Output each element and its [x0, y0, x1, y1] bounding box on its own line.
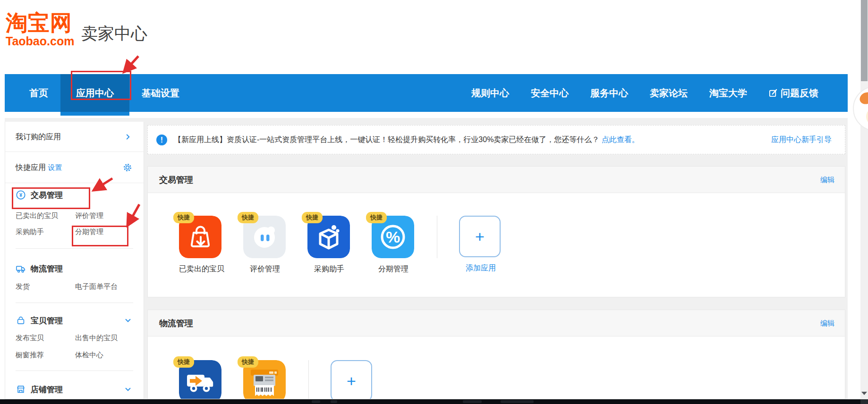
chevron-down-icon[interactable]	[124, 316, 132, 325]
add-app-button[interactable]: +添加应用	[459, 216, 502, 274]
quick-badge: 快捷	[238, 212, 258, 223]
divider	[308, 360, 309, 399]
svg-text:¥: ¥	[19, 192, 23, 198]
sidebar-item-my-apps[interactable]: 我订购的应用	[5, 122, 144, 152]
nav-link-seller-forum[interactable]: 卖家论坛	[650, 87, 688, 100]
nav-link-taobao-university[interactable]: 淘宝大学	[709, 87, 747, 100]
nav-link-feedback[interactable]: 问题反馈	[769, 87, 818, 100]
app-waybill[interactable]: 快捷 电子面单平台	[243, 360, 287, 399]
edit-button[interactable]: 编辑	[820, 319, 834, 328]
taobao-logo-cn: 淘宝网	[6, 11, 74, 34]
mascot-ear-icon	[858, 90, 868, 106]
sidebar-group-title-item-bag[interactable]: 宝贝管理	[16, 313, 63, 328]
notification-banner: ! 【新应用上线】资质认证-一站式资质管理平台上线，一键认证！轻松提升购买转化率…	[147, 125, 845, 154]
scrollbar-thumb[interactable]	[861, 0, 868, 81]
scrollbar-down-button[interactable]	[860, 388, 868, 398]
taskbar-hint	[463, 400, 482, 403]
section-header: 物流管理 编辑	[148, 310, 845, 337]
app-label: 采购助手	[307, 264, 351, 274]
sidebar-group-label: 店铺管理	[31, 384, 63, 395]
sidebar-sub-item[interactable]: 分期管理	[75, 227, 103, 237]
mascot-face-icon	[866, 107, 868, 126]
app-label: 分期管理	[372, 264, 415, 274]
svg-text:%: %	[386, 228, 400, 246]
taskbar-strip	[0, 399, 860, 404]
app-ship[interactable]: 快捷 发货	[179, 360, 222, 399]
page-title: 卖家中心	[81, 23, 147, 45]
taobao-logo-en: Taobao.com	[6, 35, 74, 47]
sidebar-sub-item[interactable]: 评价管理	[75, 210, 103, 221]
quick-badge: 快捷	[366, 212, 387, 223]
sidebar-sub-item[interactable]: 发货	[16, 281, 30, 292]
sidebar-sub-item[interactable]: 电子面单平台	[75, 281, 118, 292]
main-navbar: 首页应用中心基础设置 规则中心安全中心服务中心卖家论坛淘宝大学问题反馈	[5, 74, 848, 112]
sidebar-sub-item[interactable]: 采购助手	[16, 227, 44, 237]
divider	[16, 248, 133, 249]
taskbar-hint	[331, 400, 337, 403]
gear-icon[interactable]	[123, 163, 132, 172]
section-title: 交易管理	[159, 174, 193, 185]
quick-apps-settings-link[interactable]: 设置	[48, 163, 62, 171]
app-review[interactable]: 快捷 评价管理	[243, 216, 287, 274]
nav-link-service-center[interactable]: 服务中心	[590, 87, 628, 100]
logistics-icon	[16, 263, 26, 274]
banner-view-link[interactable]: 点此查看。	[602, 135, 639, 143]
section-header: 交易管理 编辑	[148, 167, 845, 193]
app-center-guide-link[interactable]: 应用中心新手引导	[771, 135, 832, 145]
app-installment[interactable]: 快捷 %分期管理	[372, 216, 415, 274]
sidebar-group-title-shop[interactable]: 店铺管理	[16, 382, 63, 396]
sidebar-sub-item[interactable]: 出售中的宝贝	[75, 333, 118, 343]
assistant-mascot-button[interactable]	[853, 86, 868, 131]
sidebar-sub-item[interactable]: 发布宝贝	[16, 333, 44, 343]
sidebar-sub-item[interactable]: 橱窗推荐	[16, 350, 44, 360]
add-app-button[interactable]: +添加应用	[331, 360, 374, 399]
feedback-icon	[769, 89, 778, 98]
quick-apps-text: 快捷应用	[16, 163, 46, 171]
plus-icon: +	[331, 360, 372, 399]
scrollbar-track[interactable]	[860, 0, 868, 399]
divider	[16, 303, 133, 303]
quick-badge: 快捷	[238, 356, 258, 368]
sidebar-group-title-transaction[interactable]: ¥交易管理	[16, 188, 63, 202]
add-app-label: 添加应用	[459, 263, 502, 273]
app-label: 已卖出的宝贝	[179, 264, 222, 274]
app-sold-items[interactable]: 快捷 已卖出的宝贝	[179, 216, 222, 274]
taobao-logo[interactable]: 淘宝网 Taobao.com	[6, 11, 74, 47]
taskbar-hint	[312, 400, 320, 403]
section-title: 物流管理	[159, 318, 193, 329]
sidebar-group-label: 交易管理	[31, 190, 63, 201]
item-bag-icon	[16, 315, 26, 326]
taobao-seller-center-page: 淘宝网 Taobao.com 卖家中心 首页应用中心基础设置 规则中心安全中心服…	[0, 0, 868, 404]
banner-text: 【新应用上线】资质认证-一站式资质管理平台上线，一键认证！轻松提升购买转化率，行…	[174, 135, 639, 145]
quick-badge: 快捷	[173, 212, 194, 223]
nav-tab-home[interactable]: 首页	[17, 74, 60, 112]
plus-icon: +	[459, 216, 501, 257]
app-label: 评价管理	[243, 264, 287, 274]
chevron-down-icon[interactable]	[124, 385, 132, 394]
sidebar-sub-item[interactable]: 已卖出的宝贝	[16, 210, 58, 221]
divider	[437, 216, 437, 258]
app-purchase[interactable]: 快捷 采购助手	[307, 216, 351, 274]
quick-badge: 快捷	[302, 212, 323, 223]
shop-icon	[16, 384, 26, 395]
taskbar-hint	[501, 400, 534, 403]
navbar-left: 首页应用中心基础设置	[17, 74, 192, 112]
nav-link-rules-center[interactable]: 规则中心	[471, 87, 509, 100]
quick-badge: 快捷	[173, 356, 194, 368]
apps-row: 快捷 已卖出的宝贝快捷 评价管理快捷 采购助手快捷 %分期管理+添加应用	[179, 216, 502, 274]
sidebar-group-title-logistics[interactable]: 物流管理	[16, 261, 63, 276]
banner-message: 【新应用上线】资质认证-一站式资质管理平台上线，一键认证！轻松提升购买转化率，行…	[174, 135, 599, 143]
nav-link-security-center[interactable]: 安全中心	[531, 87, 569, 100]
sidebar-sub-item[interactable]: 体检中心	[75, 350, 103, 360]
section-card-transaction: 交易管理 编辑 快捷 已卖出的宝贝快捷 评价管理快捷 采购助手快捷 %分期管理+…	[147, 166, 845, 297]
taskbar-corner	[860, 399, 868, 404]
apps-row: 快捷 发货快捷 电子面单平台+添加应用	[179, 360, 374, 399]
triangle-down-icon	[861, 392, 867, 395]
section-card-logistics: 物流管理 编辑 快捷 发货快捷 电子面单平台+添加应用	[147, 310, 845, 399]
my-apps-label: 我订购的应用	[16, 132, 61, 142]
nav-tab-app-center[interactable]: 应用中心	[60, 74, 129, 112]
nav-tab-basic-settings[interactable]: 基础设置	[129, 74, 192, 112]
navbar-right: 规则中心安全中心服务中心卖家论坛淘宝大学问题反馈	[471, 74, 818, 112]
sidebar-group-label: 物流管理	[31, 263, 63, 274]
edit-button[interactable]: 编辑	[820, 175, 834, 184]
